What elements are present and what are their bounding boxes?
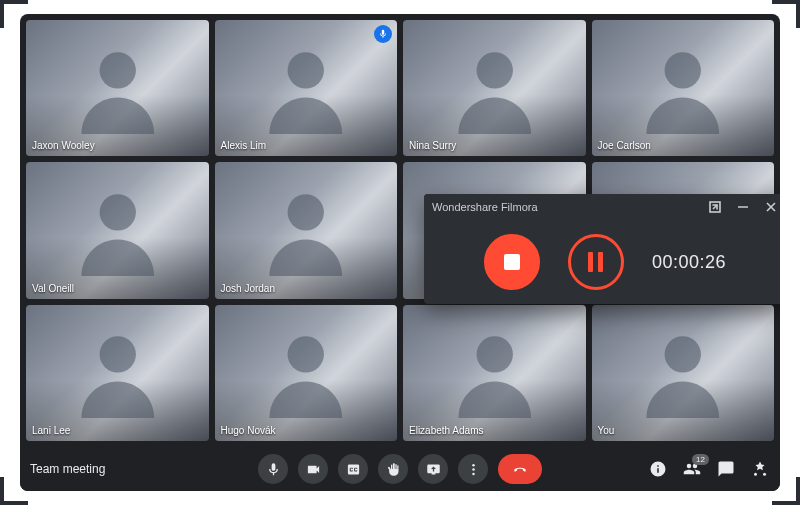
meeting-name-label: Team meeting xyxy=(30,462,105,476)
svg-point-0 xyxy=(99,52,135,88)
minimize-icon xyxy=(737,201,749,213)
captions-button[interactable] xyxy=(338,454,368,484)
right-controls: 12 xyxy=(648,459,770,479)
pause-icon xyxy=(588,252,603,272)
participant-tile[interactable]: Lani Lee xyxy=(26,305,209,441)
recorder-window[interactable]: Wondershare Filmora 00:00:26 xyxy=(424,194,780,304)
svg-point-2 xyxy=(476,52,512,88)
recorder-popout-button[interactable] xyxy=(708,200,722,214)
people-button[interactable]: 12 xyxy=(682,459,702,479)
chat-icon xyxy=(717,460,735,478)
person-icon xyxy=(628,318,738,427)
recorder-elapsed-time: 00:00:26 xyxy=(652,252,726,273)
hangup-icon xyxy=(511,462,529,477)
recorder-titlebar[interactable]: Wondershare Filmora xyxy=(424,194,780,220)
raise-hand-button[interactable] xyxy=(378,454,408,484)
activities-icon xyxy=(751,460,769,478)
person-icon xyxy=(63,176,173,285)
chat-button[interactable] xyxy=(716,459,736,479)
present-screen-icon xyxy=(426,462,441,477)
participant-tile[interactable]: Joe Carlson xyxy=(592,20,775,156)
captions-icon xyxy=(346,462,361,477)
svg-point-4 xyxy=(99,194,135,230)
svg-point-16 xyxy=(763,473,766,476)
meet-window: Jaxon Wooley Alexis Lim Nina Surry Joe C… xyxy=(20,14,780,491)
svg-point-12 xyxy=(472,463,475,466)
participant-name: Elizabeth Adams xyxy=(409,425,484,436)
svg-point-5 xyxy=(288,194,324,230)
center-controls xyxy=(258,454,542,484)
participant-name: Val Oneill xyxy=(32,283,74,294)
participant-tile[interactable]: Alexis Lim xyxy=(215,20,398,156)
person-icon xyxy=(251,176,361,285)
close-icon xyxy=(765,201,777,213)
person-icon xyxy=(440,318,550,427)
popout-icon xyxy=(709,201,721,213)
person-icon xyxy=(440,34,550,143)
participant-name: Hugo Novák xyxy=(221,425,276,436)
participant-tile[interactable]: Nina Surry xyxy=(403,20,586,156)
speaking-indicator-icon xyxy=(374,25,392,43)
mic-button[interactable] xyxy=(258,454,288,484)
participant-name: Lani Lee xyxy=(32,425,70,436)
participant-name: Joe Carlson xyxy=(598,140,651,151)
svg-point-3 xyxy=(665,52,701,88)
person-icon xyxy=(251,34,361,143)
recorder-minimize-button[interactable] xyxy=(736,200,750,214)
bottom-toolbar: Team meeting 12 xyxy=(20,447,780,491)
svg-point-9 xyxy=(288,336,324,372)
camera-button[interactable] xyxy=(298,454,328,484)
recorder-title-label: Wondershare Filmora xyxy=(432,201,538,213)
participant-name: Jaxon Wooley xyxy=(32,140,95,151)
participant-tile[interactable]: You xyxy=(592,305,775,441)
participant-tile[interactable]: Jaxon Wooley xyxy=(26,20,209,156)
people-count-badge: 12 xyxy=(692,454,709,465)
person-icon xyxy=(628,34,738,143)
svg-point-13 xyxy=(472,468,475,471)
svg-point-10 xyxy=(476,336,512,372)
participant-name: Josh Jordan xyxy=(221,283,275,294)
person-icon xyxy=(251,318,361,427)
svg-point-8 xyxy=(99,336,135,372)
more-vertical-icon xyxy=(466,462,481,477)
info-icon xyxy=(649,460,667,478)
recorder-stop-button[interactable] xyxy=(484,234,540,290)
svg-point-15 xyxy=(754,473,757,476)
raise-hand-icon xyxy=(386,462,401,477)
svg-point-14 xyxy=(472,472,475,475)
person-icon xyxy=(63,318,173,427)
participant-tile[interactable]: Josh Jordan xyxy=(215,162,398,298)
camera-icon xyxy=(306,462,321,477)
recorder-pause-button[interactable] xyxy=(568,234,624,290)
svg-point-11 xyxy=(665,336,701,372)
participant-name: You xyxy=(598,425,615,436)
stop-icon xyxy=(504,254,520,270)
participant-tile[interactable]: Elizabeth Adams xyxy=(403,305,586,441)
svg-point-1 xyxy=(288,52,324,88)
mic-icon xyxy=(266,462,281,477)
participant-name: Nina Surry xyxy=(409,140,456,151)
activities-button[interactable] xyxy=(750,459,770,479)
more-options-button[interactable] xyxy=(458,454,488,484)
participant-tile[interactable]: Val Oneill xyxy=(26,162,209,298)
recorder-body: 00:00:26 xyxy=(424,220,780,304)
info-button[interactable] xyxy=(648,459,668,479)
participant-tile[interactable]: Hugo Novák xyxy=(215,305,398,441)
present-button[interactable] xyxy=(418,454,448,484)
participant-name: Alexis Lim xyxy=(221,140,267,151)
recorder-close-button[interactable] xyxy=(764,200,778,214)
hangup-button[interactable] xyxy=(498,454,542,484)
person-icon xyxy=(63,34,173,143)
